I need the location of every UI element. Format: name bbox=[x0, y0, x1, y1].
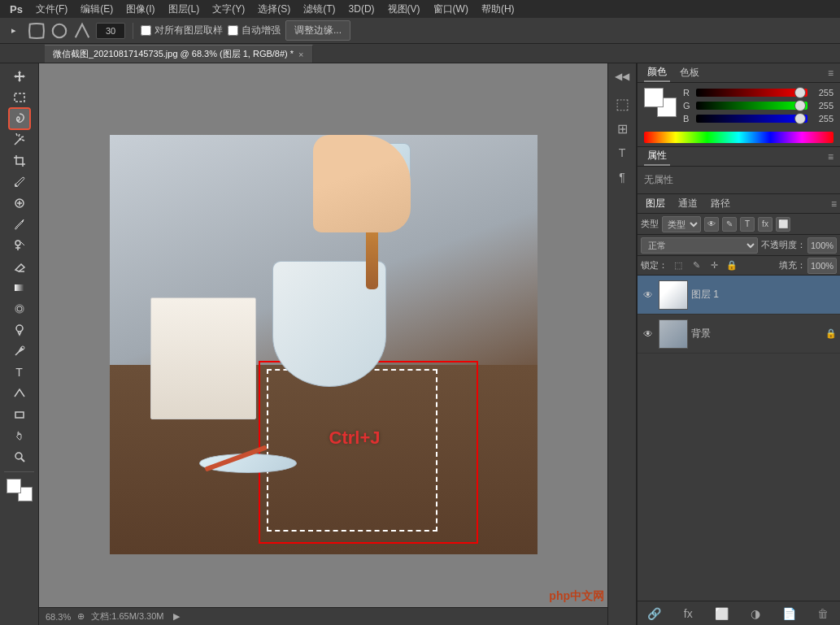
right-tool-3-text[interactable]: T bbox=[612, 143, 632, 163]
menu-image[interactable]: 图像(I) bbox=[120, 1, 161, 18]
lock-transparent-btn[interactable]: ⬚ bbox=[671, 258, 685, 273]
tab-layers[interactable]: 图层 bbox=[641, 195, 670, 212]
add-layer-style-btn[interactable]: fx bbox=[680, 605, 696, 622]
layers-filter-eye[interactable]: 👁 bbox=[704, 217, 719, 232]
right-panels: 颜色 色板 ≡ R 255 bbox=[637, 63, 840, 625]
hand-tool[interactable] bbox=[10, 426, 29, 445]
toolbar-btn-2[interactable] bbox=[50, 22, 68, 40]
checkbox-all-layers-input[interactable] bbox=[141, 25, 151, 36]
toolbar-btn-3[interactable] bbox=[73, 22, 91, 40]
pen-tool[interactable] bbox=[10, 341, 29, 361]
color-panel-menu-icon[interactable]: ≡ bbox=[828, 67, 833, 79]
menu-filter[interactable]: 滤镜(T) bbox=[297, 1, 342, 18]
color-b-slider[interactable] bbox=[696, 115, 807, 123]
svg-point-3 bbox=[15, 184, 17, 187]
layer-bg-visibility-icon[interactable]: 👁 bbox=[641, 327, 655, 341]
menu-help[interactable]: 帮助(H) bbox=[475, 1, 521, 18]
layers-type-select[interactable]: 类型 bbox=[662, 216, 701, 232]
heal-tool[interactable] bbox=[10, 193, 29, 213]
layers-filter-fx[interactable]: fx bbox=[758, 217, 773, 232]
zoom-icon[interactable]: ⊕ bbox=[77, 611, 85, 622]
add-mask-btn[interactable]: ⬜ bbox=[714, 605, 730, 622]
lock-all-btn[interactable]: 🔒 bbox=[725, 258, 739, 273]
color-spectrum[interactable] bbox=[644, 132, 833, 143]
color-b-value: 255 bbox=[811, 114, 833, 124]
opacity-value[interactable]: 100% bbox=[807, 237, 837, 254]
props-panel-menu-icon[interactable]: ≡ bbox=[828, 151, 833, 163]
rect-select-tool[interactable] bbox=[10, 88, 29, 107]
new-layer-btn[interactable]: 📄 bbox=[781, 605, 798, 622]
shape-tool[interactable] bbox=[10, 405, 29, 424]
color-preview-area: R 255 G 255 B bbox=[638, 83, 840, 128]
menu-file[interactable]: 文件(F) bbox=[29, 1, 74, 18]
menu-select[interactable]: 选择(S) bbox=[251, 1, 297, 18]
layers-type-label: 类型 bbox=[641, 218, 659, 230]
adjust-edge-button[interactable]: 调整边缘... bbox=[285, 20, 350, 41]
tab-channels[interactable]: 通道 bbox=[673, 195, 703, 212]
right-tool-collapse[interactable]: ◀◀ bbox=[612, 67, 632, 86]
tab-main[interactable]: 微信截图_20210817145735.jpg @ 68.3% (图层 1, R… bbox=[45, 45, 313, 63]
layer-item-1[interactable]: 👁 图层 1 bbox=[638, 276, 840, 315]
blur-tool[interactable] bbox=[10, 299, 29, 319]
lock-pixels-btn[interactable]: ✎ bbox=[689, 258, 703, 273]
new-fill-layer-btn[interactable]: ◑ bbox=[747, 605, 764, 622]
layers-filter-edit[interactable]: ✎ bbox=[722, 217, 737, 232]
tab-swatches[interactable]: 色板 bbox=[677, 64, 703, 81]
path-select-tool[interactable] bbox=[10, 384, 29, 403]
color-g-slider[interactable] bbox=[696, 102, 807, 110]
tab-close-icon[interactable]: × bbox=[298, 50, 303, 59]
tab-color[interactable]: 颜色 bbox=[644, 63, 670, 82]
blend-mode-select[interactable]: 正常 bbox=[641, 237, 758, 254]
fill-value[interactable]: 100% bbox=[807, 258, 837, 274]
layers-lock-row: 锁定： ⬚ ✎ ✛ 🔒 填充： 100% bbox=[638, 256, 840, 276]
menu-layer[interactable]: 图层(L) bbox=[162, 1, 207, 18]
link-layers-btn[interactable]: 🔗 bbox=[646, 605, 663, 622]
dodge-tool[interactable] bbox=[10, 320, 29, 340]
text-tool[interactable]: T bbox=[10, 362, 29, 382]
brush-size-box[interactable]: 30 bbox=[96, 23, 125, 39]
layer-item-bg[interactable]: 👁 背景 🔒 bbox=[638, 315, 840, 354]
fg-color-swatch[interactable] bbox=[7, 479, 21, 493]
toolbar-arrow-btn[interactable]: ▸ bbox=[5, 22, 23, 40]
lasso-tool[interactable] bbox=[10, 109, 29, 128]
delete-layer-btn[interactable]: 🗑 bbox=[815, 605, 831, 622]
color-r-slider[interactable] bbox=[696, 89, 807, 97]
menu-text[interactable]: 文字(Y) bbox=[206, 1, 251, 18]
menu-window[interactable]: 窗口(W) bbox=[427, 1, 475, 18]
right-tool-1[interactable]: ⬚ bbox=[612, 94, 632, 114]
svg-rect-11 bbox=[15, 412, 24, 418]
right-tool-2[interactable]: ⊞ bbox=[612, 119, 632, 138]
canvas-image[interactable]: Ctrl+J bbox=[110, 135, 538, 554]
advance-icon[interactable]: ▶ bbox=[173, 611, 180, 622]
layers-panel-menu-icon[interactable]: ≡ bbox=[831, 198, 837, 210]
layers-filter-text[interactable]: T bbox=[740, 217, 755, 232]
brush-tool[interactable] bbox=[10, 215, 29, 234]
layers-filter-mask[interactable]: ⬜ bbox=[776, 217, 790, 232]
zoom-tool[interactable] bbox=[10, 447, 29, 467]
toolbar-btn-1[interactable] bbox=[28, 22, 46, 40]
tab-paths[interactable]: 路径 bbox=[706, 195, 735, 212]
lock-position-btn[interactable]: ✛ bbox=[707, 258, 721, 273]
menu-edit[interactable]: 编辑(E) bbox=[74, 1, 120, 18]
magic-wand-tool[interactable] bbox=[10, 130, 29, 150]
color-fg-bg-swatches[interactable] bbox=[644, 88, 677, 117]
gradient-tool[interactable] bbox=[10, 278, 29, 297]
props-content: 无属性 bbox=[638, 167, 840, 193]
clone-stamp-tool[interactable] bbox=[10, 236, 29, 255]
crop-tool[interactable] bbox=[10, 151, 29, 171]
right-tool-4-para[interactable]: ¶ bbox=[612, 167, 632, 187]
layer-1-visibility-icon[interactable]: 👁 bbox=[641, 288, 655, 302]
book-prop bbox=[150, 297, 256, 419]
checkbox-all-layers-label: 对所有图层取样 bbox=[155, 24, 223, 37]
eraser-tool[interactable] bbox=[10, 257, 29, 276]
color-fg-swatch[interactable] bbox=[644, 88, 664, 107]
layer-1-name: 图层 1 bbox=[691, 288, 837, 302]
menu-3d[interactable]: 3D(D) bbox=[342, 2, 381, 16]
fg-bg-colors[interactable] bbox=[5, 477, 34, 503]
move-tool[interactable] bbox=[10, 67, 29, 86]
checkbox-auto-enhance-input[interactable] bbox=[228, 25, 238, 36]
eyedropper-tool[interactable] bbox=[10, 172, 29, 192]
layers-bottom-actions: 🔗 fx ⬜ ◑ 📄 🗑 bbox=[638, 601, 840, 625]
tab-properties[interactable]: 属性 bbox=[644, 147, 670, 166]
menu-view[interactable]: 视图(V) bbox=[381, 1, 427, 18]
